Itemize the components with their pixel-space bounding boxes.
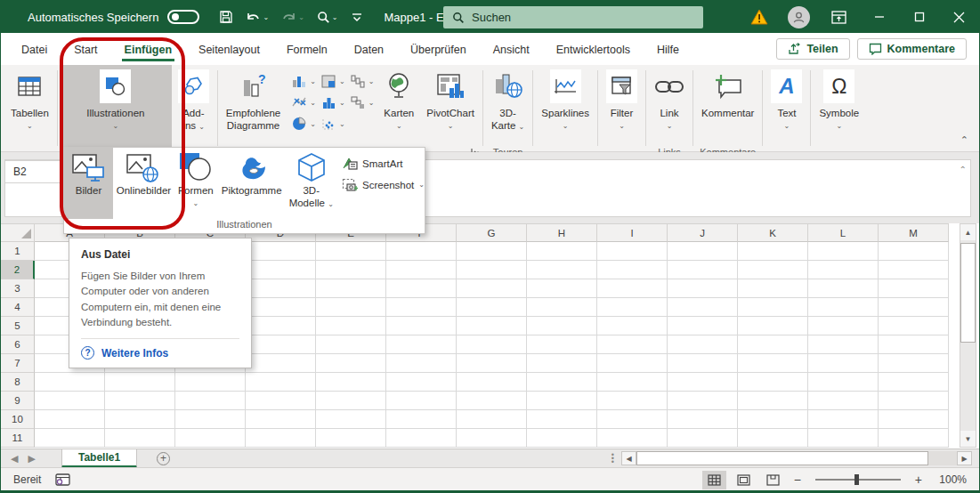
column-chart-button[interactable]: ⌄ [292, 70, 316, 92]
line-chart-button[interactable]: ⌄ [292, 92, 316, 113]
macro-record-icon[interactable] [55, 473, 70, 486]
tab-start[interactable]: Start [64, 36, 107, 62]
zoom-in-button[interactable]: + [911, 473, 926, 487]
ribbon-display-options-icon[interactable] [819, 1, 859, 33]
row-header-5[interactable]: 5 [1, 317, 35, 335]
scatter-chart-button[interactable]: ⌄ [321, 113, 345, 134]
zoom-slider[interactable] [815, 479, 901, 481]
tab-überprüfen[interactable]: Überprüfen [401, 36, 476, 62]
row-header-11[interactable]: 11 [1, 429, 35, 448]
save-icon[interactable] [219, 10, 233, 24]
scroll-right-icon[interactable]: ▶ [957, 451, 972, 465]
sheet-nav-right-icon[interactable]: ▶ [28, 453, 45, 465]
row-header-3[interactable]: 3 [1, 279, 35, 298]
tab-ansicht[interactable]: Ansicht [483, 36, 539, 62]
tab-splitter-handle[interactable]: ••• [611, 453, 621, 464]
pivotchart-dropdown-button[interactable]: PivotChart ⌄ [420, 65, 481, 147]
tab-seitenlayout[interactable]: Seitenlayout [189, 36, 270, 62]
column-header-K[interactable]: K [738, 223, 808, 242]
symbols-dropdown-button[interactable]: Ω Symbole ⌄ [813, 65, 865, 147]
page-layout-view-button[interactable] [732, 471, 756, 489]
zoom-level[interactable]: 100% [931, 473, 967, 486]
tab-hilfe[interactable]: Hilfe [647, 36, 689, 62]
column-header-I[interactable]: I [597, 223, 668, 242]
maps-dropdown-button[interactable]: Karten ⌄ [377, 65, 420, 147]
horizontal-scroll-thumb[interactable] [636, 451, 928, 465]
column-header-L[interactable]: L [808, 223, 879, 242]
select-all-button[interactable] [1, 223, 35, 242]
account-avatar[interactable] [779, 1, 819, 33]
maximize-button[interactable] [899, 1, 939, 33]
text-dropdown-button[interactable]: A Text ⌄ [765, 65, 808, 147]
close-button[interactable] [939, 1, 979, 33]
row-header-7[interactable]: 7 [1, 354, 35, 373]
vertical-scroll-thumb[interactable] [960, 243, 976, 343]
zoom-slider-thumb[interactable] [854, 474, 859, 485]
3d-models-menu-item[interactable]: 3D-Modelle ⌄ [286, 148, 336, 219]
waterfall-chart-button[interactable]: ⌄ [351, 70, 375, 92]
new-comment-button[interactable]: Kommentar [695, 65, 760, 147]
normal-view-button[interactable] [702, 471, 726, 489]
tab-formeln[interactable]: Formeln [277, 36, 337, 62]
tab-einfügen[interactable]: Einfügen [115, 36, 182, 62]
scroll-up-icon[interactable]: ▲ [960, 224, 976, 240]
row-header-1[interactable]: 1 [1, 242, 35, 261]
tab-entwicklertools[interactable]: Entwicklertools [547, 36, 640, 62]
tables-dropdown-button[interactable]: Tabellen ⌄ [4, 65, 55, 147]
zoom-out-button[interactable]: − [790, 473, 805, 487]
tab-daten[interactable]: Daten [344, 36, 393, 62]
link-dropdown-button[interactable]: Link ⌄ [648, 65, 691, 147]
row-header-2[interactable]: 2 [1, 261, 35, 279]
column-header-J[interactable]: J [668, 223, 738, 242]
add-sheet-button[interactable]: + [157, 452, 170, 465]
name-box[interactable]: B2 [4, 160, 67, 183]
pie-chart-button[interactable]: ⌄ [292, 113, 316, 134]
column-header-H[interactable]: H [527, 223, 597, 242]
minimize-button[interactable] [859, 1, 899, 33]
hierarchy-chart-button[interactable]: ⌄ [321, 70, 345, 92]
comments-button[interactable]: Kommentare [857, 38, 967, 60]
sheet-nav-left-icon[interactable]: ◀ [1, 453, 28, 465]
smartart-menu-item[interactable]: SmartArt [342, 157, 425, 170]
link-label: Link [660, 107, 678, 119]
chevron-down-icon[interactable]: ⌄ [263, 13, 269, 21]
quick-search-button[interactable]: ⌄ [317, 11, 338, 24]
share-button[interactable]: Teilen [776, 38, 849, 60]
row-header-6[interactable]: 6 [1, 335, 35, 354]
row-header-10[interactable]: 10 [1, 410, 35, 429]
warning-icon[interactable] [739, 1, 779, 33]
addins-dropdown-button[interactable]: Add-Ins ⌄ [172, 65, 215, 147]
3d-map-dropdown-button[interactable]: 3D-Karte ⌄ [485, 65, 530, 147]
column-header-M[interactable]: M [879, 223, 949, 242]
sheet-tab[interactable]: Tabelle1 [61, 449, 137, 468]
histogram-chart-button[interactable]: ⌄ [321, 92, 345, 113]
collapse-formula-bar-icon[interactable]: ⌃ [960, 165, 967, 174]
screenshot-menu-item[interactable]: Screenshot ⌄ [342, 178, 425, 191]
search-input[interactable]: Suchen [443, 6, 703, 28]
scroll-left-icon[interactable]: ◀ [621, 451, 636, 465]
illustrations-dropdown-button[interactable]: Illustrationen ⌄ [60, 65, 172, 147]
funnel-chart-button[interactable]: ⌄ [351, 92, 375, 113]
scroll-down-icon[interactable]: ▼ [960, 431, 976, 447]
more-info-link[interactable]: ? Weitere Infos [81, 346, 239, 360]
recommended-charts-button[interactable]: ? EmpfohleneDiagramme [220, 65, 287, 147]
shapes-menu-item[interactable]: Formen ⌄ [174, 148, 217, 219]
chevron-down-icon[interactable]: ⌄ [332, 13, 338, 21]
row-header-9[interactable]: 9 [1, 392, 35, 410]
icons-menu-item[interactable]: Piktogramme [217, 148, 286, 219]
pictures-menu-item[interactable]: Bilder [64, 148, 113, 219]
customize-quick-access-icon[interactable] [351, 12, 363, 22]
collapse-ribbon-icon[interactable]: ⌃ [960, 134, 968, 146]
row-header-4[interactable]: 4 [1, 298, 35, 317]
tab-datei[interactable]: Datei [12, 36, 57, 62]
undo-button[interactable]: ⌄ [246, 11, 269, 24]
sparklines-dropdown-button[interactable]: Sparklines ⌄ [535, 65, 595, 147]
filter-dropdown-button[interactable]: Filter ⌄ [600, 65, 644, 147]
horizontal-scrollbar[interactable]: ◀ ▶ [621, 451, 972, 466]
page-break-preview-button[interactable] [761, 471, 785, 489]
autosave-toggle[interactable] [167, 10, 199, 24]
row-header-8[interactable]: 8 [1, 373, 35, 392]
column-header-G[interactable]: G [457, 223, 527, 242]
vertical-scrollbar[interactable]: ▲ ▼ [960, 223, 976, 448]
online-pictures-menu-item[interactable]: Onlinebilder [113, 148, 174, 219]
